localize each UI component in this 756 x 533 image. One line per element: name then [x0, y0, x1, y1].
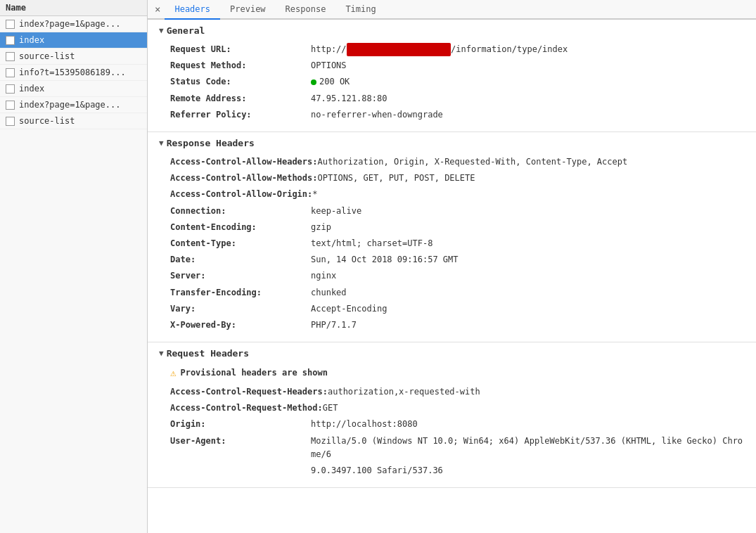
network-item[interactable]: index?page=1&page...: [0, 16, 147, 32]
header-field-name: X-Powered-By:: [170, 319, 311, 332]
network-item[interactable]: source-list: [0, 49, 147, 65]
header-field-name: Access-Control-Allow-Headers:: [170, 155, 318, 169]
request-header-row: Origin:http://localhost:8080: [159, 416, 745, 432]
general-section: ▼ General Request URL:http://███████████…: [148, 20, 756, 132]
request-headers-section: ▼ Request Headers ⚠ Provisional headers …: [148, 342, 756, 488]
collapse-arrow: ▼: [159, 26, 164, 35]
header-field-name: Remote Address:: [170, 92, 311, 105]
general-row: Status Code:200 OK: [159, 74, 745, 90]
header-field-value: 9.0.3497.100 Safari/537.36: [311, 464, 443, 477]
request-header-rows: Access-Control-Request-Headers:authoriza…: [159, 384, 745, 479]
header-field-name: Connection:: [170, 205, 311, 218]
header-field-value: 200 OK: [311, 75, 350, 89]
response-header-row: Content-Encoding:gzip: [159, 219, 745, 236]
general-rows: Request URL:http://████████████████████/…: [159, 41, 745, 123]
response-header-row: Date:Sun, 14 Oct 2018 09:16:57 GMT: [159, 252, 745, 268]
header-field-value: gzip: [311, 221, 331, 234]
headers-content: ▼ General Request URL:http://███████████…: [148, 20, 756, 533]
response-header-row: Transfer-Encoding:chunked: [159, 285, 745, 301]
redacted-url: ████████████████████: [347, 43, 451, 56]
header-field-value: text/html; charset=UTF-8: [311, 237, 433, 250]
general-row: Request Method:OPTIONS: [159, 58, 745, 74]
network-item-name: index: [19, 35, 44, 45]
provisional-warning: ⚠ Provisional headers are shown: [159, 364, 745, 381]
header-field-name: Status Code:: [170, 75, 311, 89]
response-header-row: Connection:keep-alive: [159, 203, 745, 219]
header-field-name: Access-Control-Request-Method:: [170, 402, 323, 415]
header-field-value: *: [312, 188, 317, 201]
header-field-name: Referrer Policy:: [170, 108, 311, 122]
tab-headers[interactable]: Headers: [165, 0, 220, 20]
response-header-rows: Access-Control-Allow-Headers:Authorizati…: [159, 154, 745, 333]
header-field-value: 47.95.121.88:80: [311, 92, 387, 105]
warning-icon: ⚠: [170, 367, 176, 378]
provisional-warning-text: Provisional headers are shown: [180, 368, 328, 378]
network-item-checkbox[interactable]: [6, 20, 15, 29]
header-field-value: Authorization, Origin, X-Requested-With,…: [318, 155, 628, 169]
header-field-name: Date:: [170, 253, 311, 266]
request-header-row: Access-Control-Request-Headers:authoriza…: [159, 384, 745, 400]
network-item[interactable]: index?page=1&page...: [0, 97, 147, 113]
request-headers-section-header[interactable]: ▼ Request Headers: [159, 348, 745, 359]
header-field-value: no-referrer-when-downgrade: [311, 108, 443, 122]
response-headers-section: ▼ Response Headers Access-Control-Allow-…: [148, 132, 756, 342]
network-item[interactable]: source-list: [0, 113, 147, 129]
network-item[interactable]: info?t=15395086189...: [0, 65, 147, 81]
network-item[interactable]: index: [0, 81, 147, 97]
header-field-name: Transfer-Encoding:: [170, 286, 311, 300]
status-dot: [311, 79, 316, 85]
header-field-value: GET: [323, 402, 338, 415]
header-field-value: OPTIONS: [311, 59, 347, 72]
network-item-name: info?t=15395086189...: [19, 68, 126, 77]
network-item-checkbox[interactable]: [6, 68, 15, 77]
tab-response[interactable]: Response: [276, 0, 336, 20]
network-item-checkbox[interactable]: [6, 52, 15, 61]
request-headers-title: Request Headers: [167, 348, 249, 359]
header-field-value: PHP/7.1.7: [311, 319, 357, 332]
network-item-name: source-list: [19, 51, 75, 61]
header-field-value: Accept-Encoding: [311, 302, 387, 316]
header-field-value: keep-alive: [311, 205, 361, 218]
header-field-name: Content-Type:: [170, 237, 311, 250]
general-row: Remote Address:47.95.121.88:80: [159, 91, 745, 107]
request-header-row: Access-Control-Request-Method:GET: [159, 400, 745, 416]
close-icon[interactable]: ×: [150, 0, 165, 18]
header-field-name: Access-Control-Allow-Methods:: [170, 172, 318, 185]
header-field-name: Server:: [170, 269, 311, 283]
general-row: Request URL:http://████████████████████/…: [159, 41, 745, 58]
tabs-bar: × HeadersPreviewResponseTiming: [148, 0, 756, 20]
general-section-header[interactable]: ▼ General: [159, 25, 745, 36]
header-field-name: Request URL:: [170, 43, 311, 56]
network-list-header: Name: [0, 0, 147, 16]
header-field-value: Mozilla/5.0 (Windows NT 10.0; Win64; x64…: [311, 435, 745, 461]
header-field-spacer: [170, 464, 311, 477]
response-header-row: X-Powered-By:PHP/7.1.7: [159, 317, 745, 333]
header-field-name: Access-Control-Request-Headers:: [170, 385, 328, 399]
network-item-name: source-list: [19, 116, 75, 126]
network-item-checkbox[interactable]: [6, 117, 15, 126]
header-field-name: Access-Control-Allow-Origin:: [170, 188, 312, 201]
network-item[interactable]: index: [0, 32, 147, 49]
header-field-value: chunked: [311, 286, 347, 300]
header-field-name: User-Agent:: [170, 435, 311, 461]
response-headers-section-header[interactable]: ▼ Response Headers: [159, 138, 745, 148]
header-field-name: Request Method:: [170, 59, 311, 72]
network-item-name: index?page=1&page...: [19, 100, 121, 110]
network-item-checkbox[interactable]: [6, 36, 15, 45]
response-header-row: Access-Control-Allow-Origin:*: [159, 186, 745, 203]
header-field-value: http://localhost:8080: [311, 418, 418, 431]
tab-timing[interactable]: Timing: [335, 0, 385, 20]
network-item-checkbox[interactable]: [6, 101, 15, 110]
response-header-row: Vary:Accept-Encoding: [159, 301, 745, 317]
header-field-name: Vary:: [170, 302, 311, 316]
header-field-value: authorization,x-requested-with: [328, 385, 480, 399]
response-header-row: Content-Type:text/html; charset=UTF-8: [159, 236, 745, 252]
request-header-row: 9.0.3497.100 Safari/537.36: [159, 463, 745, 479]
header-field-value: Sun, 14 Oct 2018 09:16:57 GMT: [311, 253, 459, 266]
tab-preview[interactable]: Preview: [220, 0, 276, 20]
collapse-arrow-2: ▼: [159, 139, 164, 148]
response-headers-title: Response Headers: [167, 138, 255, 148]
network-item-checkbox[interactable]: [6, 84, 15, 94]
request-header-row: User-Agent:Mozilla/5.0 (Windows NT 10.0;…: [159, 433, 745, 463]
header-field-value: http://████████████████████/information/…: [311, 43, 568, 56]
